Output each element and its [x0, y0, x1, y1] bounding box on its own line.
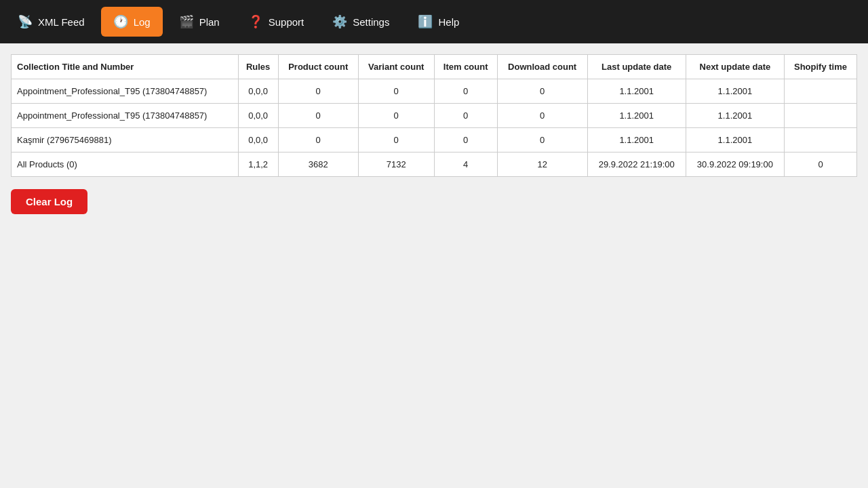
cell-last_update: 29.9.2022 21:19:00 [587, 152, 686, 177]
cell-product_count: 0 [278, 104, 358, 128]
header-collection: Collection Title and Number [12, 55, 239, 79]
cell-last_update: 1.1.2001 [587, 104, 686, 128]
nav-label-help: Help [438, 16, 459, 28]
nav-btn-support[interactable]: ❓Support [236, 7, 317, 37]
nav-label-settings: Settings [353, 16, 389, 28]
cell-rules: 0,0,0 [238, 128, 278, 152]
nav-btn-xml-feed[interactable]: 📡XML Feed [5, 7, 97, 37]
xml-feed-icon: 📡 [18, 14, 33, 29]
header-shopify-time: Shopify time [785, 55, 857, 79]
cell-shopify_time: 0 [785, 152, 857, 177]
cell-collection: All Products (0) [12, 152, 239, 177]
cell-variant_count: 0 [358, 79, 434, 104]
clear-log-button[interactable]: Clear Log [11, 189, 87, 214]
cell-variant_count: 7132 [358, 152, 434, 177]
header-item-count: Item count [434, 55, 497, 79]
nav-label-support: Support [269, 16, 304, 28]
cell-shopify_time [785, 104, 857, 128]
nav-btn-log[interactable]: 🕐Log [101, 7, 163, 37]
settings-icon: ⚙️ [332, 14, 347, 29]
main-content: Collection Title and Number Rules Produc… [0, 43, 868, 225]
header-product-count: Product count [278, 55, 358, 79]
cell-rules: 1,1,2 [238, 152, 278, 177]
cell-item_count: 4 [434, 152, 497, 177]
table-row: Kaşmir (279675469881)0,0,000001.1.20011.… [12, 128, 857, 152]
cell-collection: Appointment_Professional_T95 (1738047488… [12, 104, 239, 128]
cell-product_count: 3682 [278, 152, 358, 177]
header-last-update: Last update date [587, 55, 686, 79]
table-row: Appointment_Professional_T95 (1738047488… [12, 79, 857, 104]
cell-variant_count: 0 [358, 128, 434, 152]
header-next-update: Next update date [686, 55, 784, 79]
table-body: Appointment_Professional_T95 (1738047488… [12, 79, 857, 177]
cell-download_count: 0 [497, 79, 587, 104]
cell-next_update: 1.1.2001 [686, 104, 784, 128]
cell-collection: Appointment_Professional_T95 (1738047488… [12, 79, 239, 104]
nav-btn-settings[interactable]: ⚙️Settings [320, 7, 401, 37]
header-rules: Rules [238, 55, 278, 79]
cell-product_count: 0 [278, 128, 358, 152]
table-row: All Products (0)1,1,23682713241229.9.202… [12, 152, 857, 177]
cell-item_count: 0 [434, 104, 497, 128]
cell-shopify_time [785, 79, 857, 104]
cell-download_count: 12 [497, 152, 587, 177]
cell-item_count: 0 [434, 128, 497, 152]
cell-item_count: 0 [434, 79, 497, 104]
cell-rules: 0,0,0 [238, 104, 278, 128]
cell-download_count: 0 [497, 104, 587, 128]
help-icon: ℹ️ [418, 14, 433, 29]
log-icon: 🕐 [113, 14, 128, 29]
table-row: Appointment_Professional_T95 (1738047488… [12, 104, 857, 128]
support-icon: ❓ [248, 14, 263, 29]
cell-product_count: 0 [278, 79, 358, 104]
cell-last_update: 1.1.2001 [587, 128, 686, 152]
cell-next_update: 30.9.2022 09:19:00 [686, 152, 784, 177]
nav-btn-help[interactable]: ℹ️Help [406, 7, 471, 37]
nav-btn-plan[interactable]: 🎬Plan [167, 7, 232, 37]
header-variant-count: Variant count [358, 55, 434, 79]
cell-next_update: 1.1.2001 [686, 128, 784, 152]
log-table: Collection Title and Number Rules Produc… [11, 54, 857, 177]
nav-label-log: Log [134, 16, 151, 28]
cell-next_update: 1.1.2001 [686, 79, 784, 104]
cell-download_count: 0 [497, 128, 587, 152]
nav-label-xml-feed: XML Feed [38, 16, 85, 28]
cell-last_update: 1.1.2001 [587, 79, 686, 104]
cell-rules: 0,0,0 [238, 79, 278, 104]
header-download-count: Download count [497, 55, 587, 79]
nav-label-plan: Plan [199, 16, 220, 28]
cell-shopify_time [785, 128, 857, 152]
plan-icon: 🎬 [179, 14, 194, 29]
cell-collection: Kaşmir (279675469881) [12, 128, 239, 152]
navbar: 📡XML Feed🕐Log🎬Plan❓Support⚙️Settingsℹ️He… [0, 0, 868, 43]
table-header-row: Collection Title and Number Rules Produc… [12, 55, 857, 79]
cell-variant_count: 0 [358, 104, 434, 128]
